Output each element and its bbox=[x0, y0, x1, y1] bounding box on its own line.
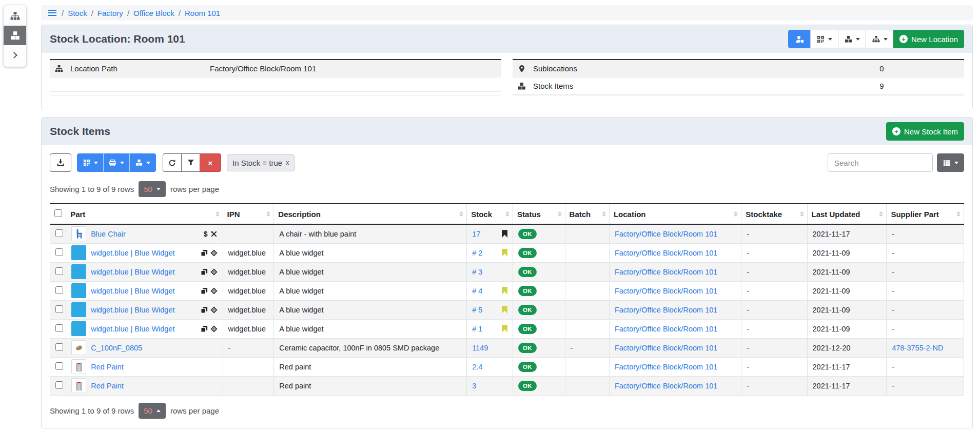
location-link[interactable]: Factory/Office Block/Room 101 bbox=[615, 325, 717, 333]
stock-items-header: Stock Items New Stock Item bbox=[42, 118, 972, 145]
stock-quantity-link[interactable]: # 1 bbox=[472, 325, 482, 333]
export-download-button[interactable] bbox=[50, 153, 71, 172]
supplier-part-link[interactable]: 478-3755-2-ND bbox=[892, 344, 943, 352]
location-link[interactable]: Factory/Office Block/Room 101 bbox=[615, 344, 717, 352]
part-link[interactable]: Red Paint bbox=[91, 382, 124, 390]
stock-options-dropdown-button[interactable] bbox=[129, 153, 156, 172]
stock-quantity-link[interactable]: 17 bbox=[472, 230, 480, 238]
row-select-checkbox[interactable] bbox=[55, 362, 63, 370]
sort-icon[interactable] bbox=[800, 211, 804, 217]
location-tree-actions-button[interactable] bbox=[866, 30, 894, 48]
part-thumbnail[interactable] bbox=[71, 321, 86, 336]
sort-icon[interactable] bbox=[879, 211, 883, 217]
column-header-batch[interactable]: Batch bbox=[565, 204, 609, 224]
part-link[interactable]: widget.blue | Blue Widget bbox=[91, 306, 174, 314]
search-input[interactable] bbox=[828, 153, 933, 172]
page-size-button[interactable]: 50 bbox=[139, 181, 166, 197]
column-header-last-updated[interactable]: Last Updated bbox=[807, 204, 887, 224]
row-select-checkbox[interactable] bbox=[55, 324, 63, 332]
column-header-status[interactable]: Status bbox=[513, 204, 565, 224]
row-select-checkbox[interactable] bbox=[55, 381, 63, 389]
stock-quantity-link[interactable]: # 3 bbox=[472, 268, 482, 276]
sort-icon[interactable] bbox=[558, 211, 562, 217]
part-thumbnail[interactable] bbox=[71, 245, 86, 260]
row-select-checkbox[interactable] bbox=[55, 305, 63, 313]
column-header-ipn[interactable]: IPN bbox=[223, 204, 274, 224]
part-thumbnail[interactable] bbox=[71, 340, 86, 355]
page-size-button[interactable]: 50 bbox=[139, 403, 166, 419]
stock-quantity-link[interactable]: 3 bbox=[472, 382, 476, 390]
part-link[interactable]: widget.blue | Blue Widget bbox=[91, 325, 174, 333]
sort-icon[interactable] bbox=[734, 211, 738, 217]
location-link[interactable]: Factory/Office Block/Room 101 bbox=[615, 268, 717, 276]
remove-filter-icon[interactable]: x bbox=[286, 159, 289, 166]
part-thumbnail[interactable] bbox=[71, 283, 86, 298]
row-select-checkbox[interactable] bbox=[55, 248, 63, 256]
part-thumbnail[interactable] bbox=[71, 302, 86, 317]
sidebar-item-location-tree[interactable] bbox=[4, 6, 26, 26]
column-header-description[interactable]: Description bbox=[274, 204, 467, 224]
stock-cell: # 3 bbox=[467, 262, 513, 281]
clear-filters-button[interactable]: × bbox=[200, 153, 221, 172]
part-thumbnail[interactable] bbox=[71, 226, 86, 241]
sort-icon[interactable] bbox=[602, 211, 606, 217]
location-link[interactable]: Factory/Office Block/Room 101 bbox=[615, 249, 717, 257]
row-select-checkbox[interactable] bbox=[55, 286, 63, 294]
status-cell: OK bbox=[513, 281, 565, 300]
part-link[interactable]: C_100nF_0805 bbox=[91, 344, 142, 352]
menu-icon[interactable] bbox=[48, 12, 56, 13]
sidebar-item-stock-active[interactable] bbox=[4, 26, 26, 45]
part-link[interactable]: widget.blue | Blue Widget bbox=[91, 249, 174, 257]
barcode-dropdown-button[interactable] bbox=[77, 153, 104, 172]
select-all-checkbox[interactable] bbox=[54, 209, 62, 217]
row-select-checkbox[interactable] bbox=[55, 343, 63, 351]
column-header-stock[interactable]: Stock bbox=[467, 204, 513, 224]
sort-icon[interactable] bbox=[459, 211, 463, 217]
pagination-suffix: rows per page bbox=[170, 406, 219, 415]
location-link[interactable]: Factory/Office Block/Room 101 bbox=[615, 363, 717, 371]
column-header-part[interactable]: Part bbox=[66, 204, 223, 224]
barcode-actions-button[interactable] bbox=[810, 30, 838, 48]
sort-icon[interactable] bbox=[266, 211, 270, 217]
location-stats-table: Sublocations 0 Stock Items 9 bbox=[513, 59, 964, 95]
sort-icon[interactable] bbox=[215, 211, 220, 217]
stock-actions-button[interactable] bbox=[838, 30, 866, 48]
refresh-button[interactable] bbox=[163, 153, 182, 172]
sort-icon[interactable] bbox=[505, 211, 509, 217]
stock-quantity-link[interactable]: 2.4 bbox=[472, 363, 482, 371]
add-filter-button[interactable] bbox=[181, 153, 200, 172]
column-header-stocktake[interactable]: Stocktake bbox=[741, 204, 807, 224]
column-header-location[interactable]: Location bbox=[609, 204, 741, 224]
stock-quantity-link[interactable]: # 4 bbox=[472, 287, 482, 295]
location-link[interactable]: Factory/Office Block/Room 101 bbox=[615, 230, 717, 238]
location-link[interactable]: Factory/Office Block/Room 101 bbox=[615, 287, 717, 295]
part-link[interactable]: widget.blue | Blue Widget bbox=[91, 287, 174, 295]
breadcrumb-link[interactable]: Room 101 bbox=[185, 9, 220, 17]
row-select-checkbox[interactable] bbox=[55, 229, 63, 237]
part-thumbnail[interactable] bbox=[71, 264, 86, 279]
stock-quantity-link[interactable]: 1149 bbox=[472, 344, 488, 352]
breadcrumb-link[interactable]: Office Block bbox=[133, 9, 174, 17]
location-link[interactable]: Factory/Office Block/Room 101 bbox=[615, 382, 717, 390]
stock-quantity-link[interactable]: # 2 bbox=[472, 249, 482, 257]
breadcrumb-link[interactable]: Stock bbox=[68, 9, 87, 17]
sort-icon[interactable] bbox=[956, 211, 961, 217]
column-header-supplier-part[interactable]: Supplier Part bbox=[887, 204, 964, 224]
part-link[interactable]: widget.blue | Blue Widget bbox=[91, 268, 174, 276]
new-stock-item-button[interactable]: New Stock Item bbox=[886, 122, 964, 141]
part-thumbnail[interactable] bbox=[71, 378, 86, 393]
row-select-checkbox[interactable] bbox=[55, 267, 63, 275]
stock-quantity-link[interactable]: # 5 bbox=[472, 306, 482, 314]
breadcrumb-link[interactable]: Factory bbox=[97, 9, 123, 17]
location-link[interactable]: Factory/Office Block/Room 101 bbox=[615, 306, 717, 314]
new-location-button[interactable]: New Location bbox=[893, 30, 964, 48]
part-link[interactable]: Red Paint bbox=[91, 363, 124, 371]
column-select-button[interactable] bbox=[937, 153, 964, 172]
active-filter-chip[interactable]: In Stock = true x bbox=[227, 154, 295, 171]
part-link[interactable]: Blue Chair bbox=[91, 230, 126, 238]
sidebar-expand-button[interactable] bbox=[4, 45, 26, 65]
ipn-cell: widget.blue bbox=[223, 319, 274, 338]
part-thumbnail[interactable] bbox=[71, 359, 86, 374]
admin-user-button[interactable] bbox=[788, 30, 811, 48]
print-dropdown-button[interactable] bbox=[103, 153, 130, 172]
